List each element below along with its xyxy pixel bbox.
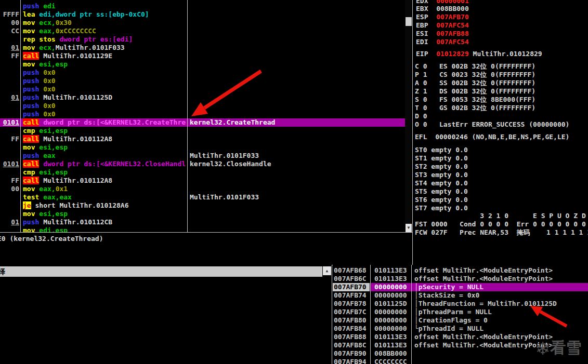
- register-line[interactable]: FCW 027F Prec NEAR,53 掩码 1 1 1 1 1 1: [415, 228, 588, 237]
- disasm-row[interactable]: 0101call dword ptr ds:[<&KERNEL32.CloseH…: [0, 160, 405, 168]
- token: 01012829: [436, 50, 469, 58]
- token: push: [23, 2, 39, 10]
- token: MultiThr.010112A8: [39, 135, 112, 143]
- register-line[interactable]: S 0 FS 0053 32位 8BE000(FFF): [415, 96, 535, 104]
- disasm-row[interactable]: push eaxMultiThr.0101F033: [0, 152, 405, 160]
- disasm-row[interactable]: 01mov ecx,MultiThr.0101F033: [0, 44, 405, 52]
- disasm-row[interactable]: FFcall MultiThr.0101129E: [0, 52, 405, 60]
- info-pane-text: E0 (kernel32.CreateThread): [0, 235, 103, 242]
- token: dword ptr ds:[<&KERNEL32.CloseHandl: [39, 160, 186, 168]
- token: eax: [39, 152, 55, 159]
- register-line[interactable]: ST2 empty 0.0: [415, 163, 468, 171]
- token: EFL 00000246 (NO,NB,E,BE,NS,PE,GE,LE): [415, 133, 569, 141]
- register-line[interactable]: EDI 007AFC54: [416, 38, 469, 46]
- register-line[interactable]: P 1 CS 0023 32位 0(FFFFFFFF): [415, 71, 535, 79]
- disasm-row[interactable]: je short MultiThr.010128A6: [0, 201, 405, 210]
- stack-row-selected[interactable]: 007AFB7000000000│pSecurity = NULL: [333, 283, 588, 291]
- register-line[interactable]: FST 0000 Cond 0 0 0 0 Err 0 0 0 0 0 0 0: [415, 220, 586, 228]
- disasm-row[interactable]: mov esi,esp: [0, 210, 405, 218]
- token: 007AFB88: [436, 30, 469, 37]
- stack-comment: │pSecurity = NULL: [414, 283, 588, 291]
- register-line[interactable]: A 0 SS 002B 32位 0(FFFFFFFF): [415, 79, 535, 87]
- dump-scrollbar-up-arrow[interactable]: ▲: [323, 266, 331, 275]
- disasm-row[interactable]: mov esi,esp: [0, 143, 405, 152]
- machine-code-bytes: 01: [0, 218, 19, 226]
- stack-row[interactable]: 007AFB780101125D│ThreadFunction = MultiT…: [333, 300, 588, 308]
- register-line[interactable]: ST4 empty 0.0: [415, 179, 468, 187]
- disasm-row[interactable]: test eax,eaxMultiThr.0101F033: [0, 193, 405, 201]
- register-line[interactable]: 3 2 1 0 E S P U O Z D: [415, 212, 586, 220]
- stack-row[interactable]: 007AFB68010113E3offset MultiThr.<ModuleE…: [333, 266, 588, 275]
- register-line[interactable]: ST1 empty 0.0: [415, 154, 468, 163]
- token: ST5 empty 0.0: [415, 187, 468, 195]
- stack-address: 007AFB74: [333, 291, 370, 300]
- disasm-row[interactable]: 01push MultiThr.0101125D: [0, 93, 405, 102]
- register-line[interactable]: C 0 ES 002B 32位 0(FFFFFFFF): [415, 62, 535, 71]
- snowflake-icon: ❄: [535, 338, 551, 359]
- token: 0x0: [39, 85, 55, 93]
- disasm-row[interactable]: cmp esi,esp: [0, 168, 405, 177]
- token: T 0 GS 002B 32位 0(FFFFFFFF): [415, 104, 535, 112]
- disasm-row[interactable]: push edi: [0, 2, 405, 10]
- register-line[interactable]: ST3 empty 0.0: [415, 171, 468, 179]
- register-line[interactable]: O 0 LastErr ERROR_SUCCESS (00000000): [415, 120, 569, 129]
- disasm-row[interactable]: push 0x0: [0, 69, 405, 77]
- token: ESP: [416, 13, 436, 21]
- info-pane: E0 (kernel32.CreateThread): [0, 233, 412, 263]
- register-line[interactable]: ST0 empty 0.0: [415, 146, 468, 154]
- register-line[interactable]: ESI 007AFB88: [416, 30, 469, 38]
- disasm-row[interactable]: 00mov ecx,0x30: [0, 19, 405, 27]
- token: FST 0000 Cond 0 0 0 0 Err 0 0 0 0 0 0 0: [415, 220, 586, 228]
- register-line[interactable]: Z 1 DS 002B 32位 0(FFFFFFFF): [415, 87, 535, 96]
- disasm-row[interactable]: cmp esi,esp: [0, 127, 405, 135]
- stack-comment: │CreationFlags = 0: [414, 316, 588, 325]
- stack-address: 007AFB80: [333, 316, 370, 325]
- disasm-row[interactable]: FFcall MultiThr.010112A8: [0, 177, 405, 185]
- register-line[interactable]: ST5 empty 0.0: [415, 187, 468, 196]
- register-line[interactable]: T 0 GS 002B 32位 0(FFFFFFFF): [415, 104, 535, 112]
- stack-row[interactable]: 007AFB6C010113E3offset MultiThr.<ModuleE…: [333, 275, 588, 283]
- token: lea: [23, 10, 35, 18]
- disasm-row[interactable]: mov edi,esp: [0, 226, 405, 232]
- disasm-row[interactable]: CCmov eax,0xCCCCCCCC: [0, 27, 405, 35]
- register-line[interactable]: ST6 empty 0.0: [415, 196, 468, 204]
- token: 008BB000: [436, 5, 469, 12]
- disasm-row[interactable]: mov esi,esp: [0, 60, 405, 69]
- register-line[interactable]: EIP 01012829 MultiThr.01012829: [416, 50, 542, 58]
- stack-value: 008BB000: [374, 349, 407, 358]
- token: push: [23, 77, 39, 85]
- stack-row[interactable]: 007AFB7C00000000│pThreadParm = NULL: [333, 308, 588, 316]
- register-line[interactable]: EFL 00000246 (NO,NB,E,BE,NS,PE,GE,LE): [415, 133, 569, 141]
- disasm-row[interactable]: 00mov eax,0x1: [0, 185, 405, 193]
- stack-comment: │ThreadFunction = MultiThr.0101125D: [414, 300, 588, 308]
- register-line[interactable]: ST7 empty 0.0: [415, 204, 468, 212]
- token: dword ptr ds:[<&KERNEL32.CreateThre: [39, 118, 186, 126]
- disasm-row[interactable]: push 0x0: [0, 110, 405, 118]
- disasm-row[interactable]: push 0x0: [0, 85, 405, 93]
- register-line[interactable]: EBP 007AFC54: [416, 21, 469, 30]
- register-line[interactable]: ESP 007AFB70: [416, 13, 469, 21]
- stack-row[interactable]: 007AFB7400000000│StackSize = 0x0: [333, 291, 588, 300]
- register-line[interactable]: D 0: [415, 112, 427, 120]
- disasm-row[interactable]: 01push MultiThr.010112CB: [0, 218, 405, 226]
- stack-row[interactable]: 007AFB8400000000└pThreadId = NULL: [333, 325, 588, 333]
- token: short MultiThr.010128A6: [31, 201, 129, 209]
- scrollbar-thumb[interactable]: [406, 17, 412, 26]
- stack-value: CCCCCCCC: [374, 358, 407, 364]
- disasm-row[interactable]: push 0x0: [0, 102, 405, 110]
- machine-code-bytes: 0101: [0, 160, 19, 168]
- scrollbar-down-arrow[interactable]: ▼: [406, 224, 412, 232]
- disassembly-scrollbar[interactable]: ▼: [405, 0, 412, 232]
- token: edi,dword ptr ss:[ebp-0xC0]: [35, 10, 149, 18]
- disasm-row[interactable]: push 0x0: [0, 77, 405, 85]
- register-line[interactable]: EBX 008BB000: [416, 5, 469, 13]
- machine-code-bytes: CC: [0, 27, 19, 35]
- instruction: push 0x0: [23, 69, 187, 77]
- disasm-row[interactable]: FFcall MultiThr.010112A8: [0, 135, 405, 143]
- stack-row[interactable]: 007AFB8000000000│CreationFlags = 0: [333, 316, 588, 325]
- instruction: mov eax,0x1: [23, 185, 187, 193]
- instruction: cmp esi,esp: [23, 168, 187, 177]
- disasm-row[interactable]: rep stos dword ptr es:[edi]: [0, 35, 405, 44]
- disasm-row-selected[interactable]: 0101call dword ptr ds:[<&KERNEL32.Create…: [0, 118, 405, 127]
- disasm-row[interactable]: FFFFlea edi,dword ptr ss:[ebp-0xC0]: [0, 10, 405, 19]
